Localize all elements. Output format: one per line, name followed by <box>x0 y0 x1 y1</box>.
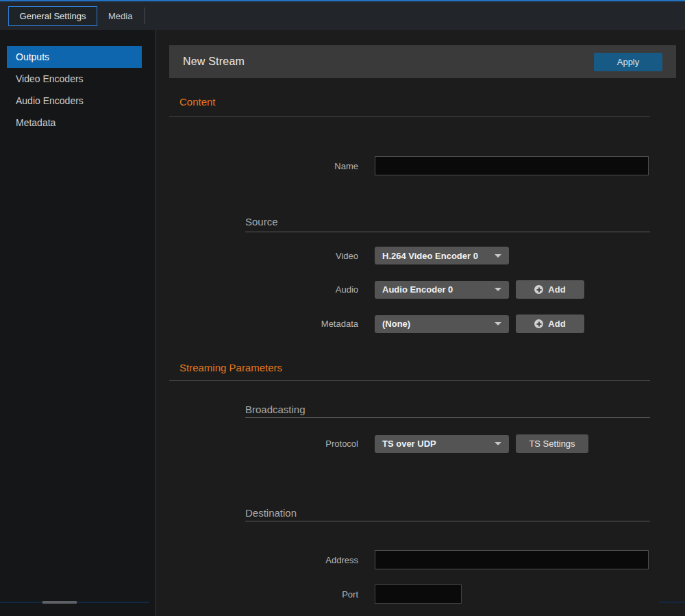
streaming-parameters-divider <box>169 380 650 381</box>
metadata-source-value: (None) <box>382 319 410 329</box>
apply-button[interactable]: Apply <box>594 53 662 71</box>
add-audio-label: Add <box>548 284 565 295</box>
protocol-dropdown[interactable]: TS over UDP <box>375 435 509 453</box>
audio-row: Audio Audio Encoder 0 Add <box>156 280 685 299</box>
sidebar-item-outputs[interactable]: Outputs <box>7 46 142 68</box>
video-row: Video H.264 Video Encoder 0 <box>156 247 685 264</box>
streaming-parameters-heading: Streaming Parameters <box>179 362 685 374</box>
chevron-down-icon <box>495 288 501 291</box>
protocol-value: TS over UDP <box>382 439 436 449</box>
chevron-down-icon <box>495 442 501 445</box>
sidebar: Outputs Video Encoders Audio Encoders Me… <box>0 30 156 616</box>
video-source-dropdown[interactable]: H.264 Video Encoder 0 <box>375 247 509 264</box>
sidebar-item-audio-encoders[interactable]: Audio Encoders <box>7 90 142 112</box>
add-metadata-button[interactable]: Add <box>516 315 584 333</box>
broadcasting-subsection-divider <box>245 417 650 418</box>
top-tab-bar: General Settings Media <box>0 1 685 30</box>
port-label: Port <box>156 589 375 600</box>
source-subsection-heading: Source <box>245 217 685 227</box>
tab-general-settings[interactable]: General Settings <box>8 6 97 26</box>
tab-general-settings-label: General Settings <box>20 11 86 21</box>
panel-header: New Stream Apply <box>169 45 676 78</box>
name-label: Name <box>156 161 375 171</box>
ts-settings-button[interactable]: TS Settings <box>516 434 588 453</box>
plus-circle-icon <box>534 285 543 294</box>
name-input[interactable] <box>375 156 649 175</box>
protocol-label: Protocol <box>156 439 375 449</box>
chevron-down-icon <box>495 254 501 258</box>
add-metadata-label: Add <box>548 319 565 329</box>
address-label: Address <box>156 555 375 565</box>
port-input[interactable] <box>375 584 462 604</box>
app-window: General Settings Media Outputs Video Enc… <box>0 0 685 616</box>
main-panel: New Stream Apply Content Name Source Vid… <box>156 30 685 616</box>
metadata-row: Metadata (None) Add <box>156 315 685 333</box>
audio-source-dropdown[interactable]: Audio Encoder 0 <box>375 281 509 299</box>
tab-media[interactable]: Media <box>97 6 143 26</box>
plus-circle-icon <box>534 319 543 328</box>
protocol-row: Protocol TS over UDP TS Settings <box>156 434 685 453</box>
tab-divider <box>145 8 145 24</box>
video-label: Video <box>156 251 375 261</box>
add-audio-button[interactable]: Add <box>516 280 584 299</box>
address-row: Address <box>156 550 685 569</box>
scrollbar-thumb[interactable] <box>42 601 77 604</box>
tab-media-label: Media <box>108 11 132 21</box>
name-row: Name <box>156 156 685 175</box>
audio-label: Audio <box>156 284 375 295</box>
broadcasting-subsection-heading: Broadcasting <box>245 404 685 415</box>
address-input[interactable] <box>375 550 649 569</box>
bottom-right-scrollbar[interactable] <box>659 602 685 603</box>
video-source-value: H.264 Video Encoder 0 <box>382 251 478 261</box>
content-section-divider <box>169 116 650 117</box>
destination-subsection-heading: Destination <box>245 508 685 519</box>
metadata-source-dropdown[interactable]: (None) <box>375 315 509 333</box>
sidebar-item-metadata[interactable]: Metadata <box>7 112 142 134</box>
metadata-label: Metadata <box>156 319 375 329</box>
port-row: Port <box>156 584 685 604</box>
chevron-down-icon <box>495 322 501 325</box>
destination-subsection-divider <box>245 521 650 521</box>
sidebar-item-video-encoders[interactable]: Video Encoders <box>7 68 142 90</box>
page-title: New Stream <box>183 56 245 68</box>
audio-source-value: Audio Encoder 0 <box>382 284 453 295</box>
content-section-heading: Content <box>179 96 685 108</box>
sidebar-horizontal-scrollbar[interactable] <box>0 602 149 603</box>
source-subsection-divider <box>245 232 650 232</box>
